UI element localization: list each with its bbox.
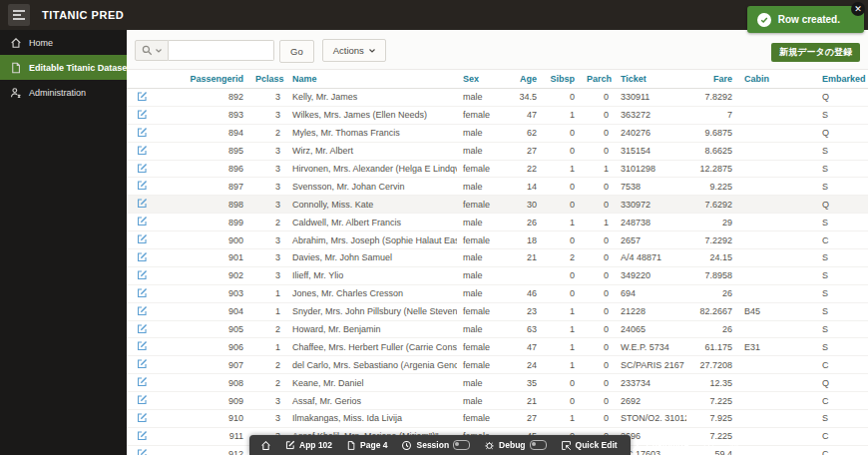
col-header-passengerid[interactable]: Passengerid: [158, 70, 249, 89]
devbar-session-button[interactable]: Session: [394, 435, 477, 455]
cell-sex: male: [457, 124, 509, 142]
devbar-customize-button[interactable]: Customize: [625, 435, 696, 455]
edit-row-icon[interactable]: [137, 198, 148, 209]
cell-cabin: [738, 320, 816, 338]
col-header-pclass[interactable]: Pclass: [249, 70, 286, 89]
edit-row-icon[interactable]: [137, 430, 148, 441]
cell-ticket: 694: [615, 284, 686, 302]
search-scope-button[interactable]: [135, 40, 169, 61]
cell-age: 46: [509, 284, 543, 302]
cell-sex: female: [457, 106, 509, 124]
cell-sibsp: 0: [543, 374, 581, 392]
table-body: 8923Kelly, Mr. Jamesmale34.5003309117.82…: [127, 89, 868, 455]
edit-row-icon[interactable]: [137, 340, 148, 351]
edit-row-icon[interactable]: [137, 127, 148, 138]
edit-row-icon[interactable]: [137, 358, 148, 369]
edit-row-icon[interactable]: [137, 394, 148, 405]
cell-parch: 0: [581, 356, 615, 374]
edit-row-icon[interactable]: [137, 287, 148, 298]
cell-cabin: [738, 214, 816, 231]
edit-row-icon[interactable]: [137, 180, 148, 191]
edit-row-icon[interactable]: [137, 376, 148, 387]
sidebar-item-home[interactable]: Home: [0, 30, 127, 55]
cell-pclass: 2: [249, 320, 286, 338]
cell-sibsp: 1: [543, 338, 581, 356]
cell-cabin: B45: [738, 302, 816, 320]
cell-cabin: [738, 356, 816, 374]
col-header-cabin[interactable]: Cabin: [738, 70, 816, 89]
cell-embarked: S: [816, 160, 868, 178]
sidebar-item-editable-titanic-dataset[interactable]: Editable Titanic Dataset: [0, 55, 127, 80]
cell-age: 27: [509, 142, 543, 160]
cell-pclass: 2: [249, 374, 286, 392]
col-header-age[interactable]: Age: [509, 70, 543, 89]
table-row: 9093Assaf, Mr. Geriosmale210026927.225C: [127, 392, 868, 410]
cell-pclass: 3: [249, 196, 286, 214]
edit-row-icon[interactable]: [137, 448, 148, 455]
devbar-settings-button[interactable]: [721, 435, 746, 455]
col-header-parch[interactable]: Parch: [581, 70, 615, 89]
edit-row-icon[interactable]: [137, 251, 148, 262]
hamburger-icon: [13, 10, 25, 20]
create-row-button[interactable]: 新規データの登録: [771, 43, 860, 62]
cell-name: Davies, Mr. John Samuel: [286, 249, 457, 267]
table-row: 9003Abrahim, Mrs. Joseph (Sophie Halaut …: [127, 231, 868, 249]
cell-cabin: [738, 266, 816, 284]
col-header-sex[interactable]: Sex: [457, 70, 509, 89]
home-icon: [9, 36, 22, 49]
edit-row-icon[interactable]: [137, 91, 148, 102]
col-header-name[interactable]: Name: [286, 70, 457, 89]
edit-row-icon[interactable]: [137, 269, 148, 280]
edit-row-icon[interactable]: [137, 323, 148, 334]
cell-edit: [127, 266, 158, 284]
col-header-fare[interactable]: Fare: [686, 70, 738, 89]
cell-embarked: S: [816, 266, 868, 284]
cell-name: Ilmakangas, Miss. Ida Livija: [286, 410, 457, 428]
cell-age: 23: [509, 302, 543, 320]
cell-sex: female: [457, 356, 509, 374]
devbar-quick-edit-button[interactable]: Quick Edit: [554, 435, 625, 455]
devbar-info-button[interactable]: [696, 435, 721, 455]
cell-embarked: Q: [816, 374, 868, 392]
cell-parch: 0: [581, 320, 615, 338]
cell-id: 903: [158, 284, 249, 302]
edit-row-icon[interactable]: [137, 216, 148, 227]
search-input[interactable]: [169, 40, 274, 61]
cell-id: 909: [158, 392, 249, 410]
actions-menu-button[interactable]: Actions: [322, 39, 386, 62]
cell-name: Howard, Mr. Benjamin: [286, 320, 457, 338]
edit-row-icon[interactable]: [137, 233, 148, 244]
col-header-sibsp[interactable]: Sibsp: [543, 70, 581, 89]
cell-parch: 0: [581, 196, 615, 214]
toast-close-button[interactable]: ✕: [851, 2, 865, 16]
cell-sibsp: 2: [543, 249, 581, 267]
sidebar-toggle-button[interactable]: [8, 4, 30, 26]
edit-row-icon[interactable]: [137, 412, 148, 423]
col-header-embarked[interactable]: Embarked: [816, 70, 868, 89]
sidebar-nav: Home Editable Titanic Dataset Administra…: [0, 30, 127, 455]
cell-fare: 7.8292: [686, 89, 738, 107]
devbar-app-button[interactable]: App 102: [278, 435, 339, 455]
go-button[interactable]: Go: [279, 40, 314, 63]
sidebar-item-administration[interactable]: Administration: [0, 80, 127, 105]
session-toggle[interactable]: [453, 440, 470, 450]
col-header-ticket[interactable]: Ticket: [615, 70, 686, 89]
cell-fare: 7.2292: [686, 231, 738, 249]
cell-embarked: Q: [816, 89, 868, 107]
devbar-debug-button[interactable]: Debug: [477, 435, 553, 455]
devbar-page-button[interactable]: Page 4: [339, 435, 394, 455]
edit-row-icon[interactable]: [137, 163, 148, 174]
edit-row-icon[interactable]: [137, 109, 148, 120]
cell-pclass: 3: [249, 106, 286, 124]
edit-row-icon[interactable]: [137, 145, 148, 156]
cell-age: 35: [509, 374, 543, 392]
cell-edit: [127, 445, 158, 455]
devbar-home-button[interactable]: [253, 435, 278, 455]
cell-edit: [127, 178, 158, 196]
cell-name: Ilieff, Mr. Ylio: [286, 266, 457, 284]
edit-row-icon[interactable]: [137, 305, 148, 316]
debug-toggle[interactable]: [530, 440, 547, 450]
table-row: 9103Ilmakangas, Miss. Ida Livijafemale27…: [127, 410, 868, 428]
devbar-page-label: Page 4: [360, 440, 387, 450]
cell-edit: [127, 214, 158, 231]
